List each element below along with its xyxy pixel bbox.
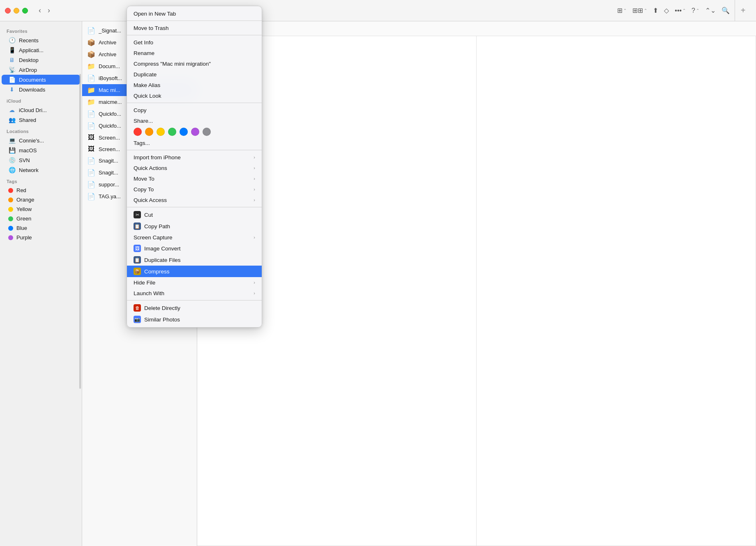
duplicate-label: Duplicate xyxy=(134,71,157,78)
menu-item-duplicate-files[interactable]: 📋 Duplicate Files xyxy=(127,254,262,266)
sidebar-item-macos[interactable]: 💾 macOS xyxy=(2,145,80,155)
sidebar-label-shared: Shared xyxy=(19,117,36,123)
color-dot-red[interactable] xyxy=(134,128,142,136)
sidebar-item-airdrop[interactable]: 📡 AirDrop xyxy=(2,65,80,75)
tag-button[interactable]: ◇ xyxy=(662,5,671,16)
menu-item-move-to[interactable]: Move To › xyxy=(127,173,262,184)
menu-item-compress-name[interactable]: Compress "Mac mini migration" xyxy=(127,58,262,69)
menu-item-open-new-tab[interactable]: Open in New Tab xyxy=(127,8,262,19)
back-button[interactable]: ‹ xyxy=(36,5,44,16)
menu-item-quick-look[interactable]: Quick Look xyxy=(127,90,262,101)
add-tab-area: + xyxy=(735,0,751,21)
sort-button[interactable]: ⌃⌄ xyxy=(703,5,717,16)
menu-item-launch-with[interactable]: Launch With › xyxy=(127,288,262,298)
sidebar-label-icloud: iCloud Dri... xyxy=(19,107,47,113)
import-iphone-arrow: › xyxy=(254,155,255,160)
sidebar-item-downloads[interactable]: ⬇ Downloads xyxy=(2,85,80,94)
menu-item-import-iphone[interactable]: Import from iPhone › xyxy=(127,152,262,163)
duplicate-files-label: Duplicate Files xyxy=(144,257,181,263)
icloud-icon: ☁ xyxy=(8,107,16,113)
sidebar-item-tag-green[interactable]: Green xyxy=(2,214,80,223)
sidebar-item-documents[interactable]: 📄 Documents xyxy=(2,75,80,85)
sidebar-item-recents[interactable]: 🕐 Recents xyxy=(2,35,80,45)
menu-item-copy[interactable]: Copy xyxy=(127,105,262,115)
menu-item-image-convert[interactable]: 🖼 Image Convert xyxy=(127,243,262,254)
sidebar-item-network[interactable]: 🌐 Network xyxy=(2,165,80,175)
sidebar-label-green: Green xyxy=(16,216,31,222)
compress-highlighted-label: Compress xyxy=(144,268,170,275)
minimize-button[interactable] xyxy=(14,8,19,14)
sidebar-scrollbar[interactable] xyxy=(79,74,81,389)
image-convert-label: Image Convert xyxy=(144,245,181,252)
sidebar-item-icloud-drive[interactable]: ☁ iCloud Dri... xyxy=(2,105,80,115)
menu-item-share[interactable]: Share... xyxy=(127,115,262,126)
menu-item-duplicate[interactable]: Duplicate xyxy=(127,69,262,80)
macos-icon: 💾 xyxy=(8,147,16,154)
menu-item-tags[interactable]: Tags... xyxy=(127,138,262,148)
sidebar-item-tag-yellow[interactable]: Yellow xyxy=(2,204,80,214)
sidebar-item-desktop[interactable]: 🖥 Desktop xyxy=(2,55,80,65)
forward-button[interactable]: › xyxy=(45,5,53,16)
more-button[interactable]: ••• ⌃ xyxy=(673,5,687,16)
sidebar-item-tag-purple[interactable]: Purple xyxy=(2,233,80,242)
menu-separator-3 xyxy=(127,103,262,103)
sidebar-item-connies[interactable]: 💻 Connie's... xyxy=(2,135,80,145)
maximize-button[interactable] xyxy=(22,8,28,14)
rename-label: Rename xyxy=(134,50,154,56)
sidebar-item-applications[interactable]: 📱 Applicati... xyxy=(2,45,80,55)
view-toggle-icon: ⊞ xyxy=(617,7,622,14)
sidebar-item-shared[interactable]: 👥 Shared xyxy=(2,115,80,125)
preview-header: Documents — Local xyxy=(197,21,756,36)
color-dot-green[interactable] xyxy=(168,128,176,136)
menu-item-cut[interactable]: ✂ Cut xyxy=(127,209,262,220)
search-icon: 🔍 xyxy=(721,7,730,14)
menu-item-move-to-trash[interactable]: Move to Trash xyxy=(127,23,262,33)
sidebar-label-svn: SVN xyxy=(19,157,30,163)
share-button[interactable]: ⬆ xyxy=(651,5,660,16)
search-button[interactable]: 🔍 xyxy=(720,5,731,16)
sidebar-item-tag-red[interactable]: Red xyxy=(2,186,80,195)
menu-item-quick-access[interactable]: Quick Access › xyxy=(127,195,262,205)
sidebar-item-tag-orange[interactable]: Orange xyxy=(2,195,80,204)
file-icon-screen1: 🖼 xyxy=(87,134,95,141)
color-dot-gray[interactable] xyxy=(203,128,211,136)
menu-item-get-info[interactable]: Get Info xyxy=(127,37,262,48)
color-dot-purple[interactable] xyxy=(191,128,199,136)
menu-item-quick-actions[interactable]: Quick Actions › xyxy=(127,163,262,173)
menu-item-hide-file[interactable]: Hide File › xyxy=(127,277,262,288)
file-name-snagit1: Snagit... xyxy=(99,158,118,164)
file-icon-snagit2: 📄 xyxy=(87,169,95,177)
tag-orange-dot xyxy=(8,197,13,202)
tag-blue-dot xyxy=(8,226,13,231)
copy-path-label: Copy Path xyxy=(144,223,170,229)
add-tab-button[interactable]: + xyxy=(735,0,751,21)
grid-view-button[interactable]: ⊞⊞ ⌃ xyxy=(631,5,649,16)
sidebar-label-airdrop: AirDrop xyxy=(19,67,37,73)
menu-item-screen-capture[interactable]: Screen Capture › xyxy=(127,232,262,243)
sidebar-item-tag-blue[interactable]: Blue xyxy=(2,223,80,233)
menu-item-compress-highlighted[interactable]: 📦 Compress xyxy=(127,266,262,277)
file-name-archive1: Archive xyxy=(99,39,116,46)
launch-with-label: Launch With xyxy=(134,290,164,296)
file-name-maicme: maicme... xyxy=(99,99,122,105)
menu-item-rename[interactable]: Rename xyxy=(127,48,262,58)
tag-green-dot xyxy=(8,216,13,221)
airdrop-icon: 📡 xyxy=(8,67,16,73)
delete-directly-icon: 🗑 xyxy=(134,304,141,312)
color-dot-blue[interactable] xyxy=(180,128,188,136)
duplicate-files-icon: 📋 xyxy=(134,256,141,264)
menu-item-similar-photos[interactable]: 📷 Similar Photos xyxy=(127,314,262,325)
menu-item-copy-to[interactable]: Copy To › xyxy=(127,184,262,195)
copy-to-label: Copy To xyxy=(134,186,154,193)
close-button[interactable] xyxy=(5,8,11,14)
menu-item-make-alias[interactable]: Make Alias xyxy=(127,80,262,90)
file-icon-tag-yaml: 📄 xyxy=(87,193,95,200)
color-dot-orange[interactable] xyxy=(145,128,153,136)
menu-item-delete-directly[interactable]: 🗑 Delete Directly xyxy=(127,302,262,314)
tags-header: Tags xyxy=(0,175,82,186)
help-button[interactable]: ? ⌃ xyxy=(690,5,701,16)
view-toggle-button[interactable]: ⊞ ⌃ xyxy=(615,5,628,16)
menu-item-copy-path[interactable]: 📋 Copy Path xyxy=(127,220,262,232)
sidebar-item-svn[interactable]: 💿 SVN xyxy=(2,155,80,165)
color-dot-yellow[interactable] xyxy=(157,128,165,136)
